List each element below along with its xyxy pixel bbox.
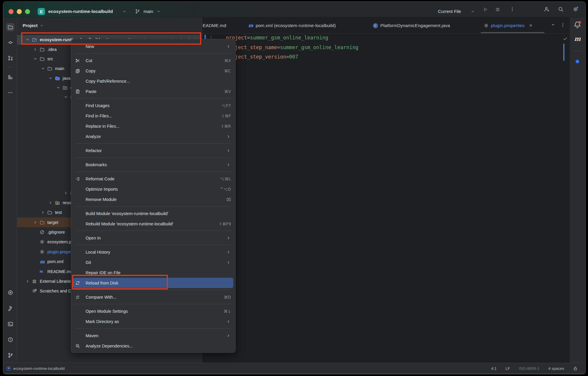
chevron-down-icon[interactable] [33,56,40,61]
menu-item-build-module-ecosystem-runtime-localbuild[interactable]: Build Module 'ecosystem-runtime-localbui… [73,208,233,219]
tree-item-label: main [55,66,64,71]
caret-position[interactable]: 4:1 [491,366,497,371]
maven-tool-window-icon[interactable]: m [574,35,581,42]
chevron-right-icon[interactable] [33,220,40,225]
project-panel-title[interactable]: Project [23,23,38,28]
submenu-arrow-icon [226,236,231,240]
minimize-window-button[interactable] [17,9,22,14]
project-name-menu[interactable]: ecosystem-runtime-localbuild [48,9,113,14]
titlebar: E ecosystem-runtime-localbuild main Curr… [3,2,585,17]
code-with-me-icon[interactable] [544,6,549,12]
code-line[interactable]: project_step_name=summer_gsm_online_lear… [226,44,358,50]
chevron-right-icon[interactable] [25,279,32,284]
close-tab-icon[interactable] [529,23,533,28]
submenu-arrow-icon [226,319,231,324]
run-configuration-selector[interactable]: Current File [438,9,461,14]
editor-tab-pom.xml-ecosystem-runtime-localbuild-[interactable]: mpom.xml (ecosystem-runtime-localbuild) [248,17,336,34]
menu-item-rebuild-module-ecosystem-runtime-localbuild[interactable]: Rebuild Module 'ecosystem-runtime-localb… [73,219,233,229]
scratches-icon [32,289,40,293]
menu-item-local-history[interactable]: Local History [73,247,233,257]
menu-item-open-in[interactable]: Open In [73,233,233,243]
chevron-right-icon[interactable] [48,200,55,205]
structure-tool-icon[interactable] [6,73,14,81]
menu-item-label: Bookmarks [86,162,107,167]
zoom-window-button[interactable] [25,9,30,14]
menu-item-find-usages[interactable]: Find Usages⌥F7 [73,100,233,111]
run-tool-icon[interactable] [6,288,14,297]
menu-item-bookmarks[interactable]: Bookmarks [73,159,233,170]
run-button[interactable] [483,7,488,12]
build-tool-icon[interactable] [6,304,14,312]
close-window-button[interactable] [9,9,14,14]
tab-list-chevron-icon[interactable] [551,22,555,27]
menu-item-label: Cut [86,58,92,63]
chevron-down-icon[interactable] [41,66,47,71]
project-badge: E [38,8,45,15]
chevron-down-icon[interactable] [64,95,70,99]
tab-options-kebab-icon[interactable] [560,22,565,27]
menu-item-paste[interactable]: Paste⌘V [73,86,233,97]
chevron-right-icon[interactable] [64,191,70,195]
menu-item-refactor[interactable]: Refactor [73,145,233,156]
editor-tab-plugin.properties[interactable]: plugin.properties [484,17,533,34]
menu-item-copy-path-reference[interactable]: Copy Path/Reference... [73,76,233,86]
code-token: = [286,54,289,60]
project-tool-icon[interactable] [6,23,14,31]
menu-item-compare-with[interactable]: Compare With...⌘D [73,292,233,302]
file-encoding[interactable]: ISO-8859-1 [519,366,539,371]
commit-tool-icon[interactable] [6,38,14,46]
notifications-bell-icon[interactable] [574,21,581,29]
line-separator[interactable]: LF [505,366,510,371]
menu-item-shortcut: ⌘C [224,69,233,73]
menu-item-label: Build Module 'ecosystem-runtime-localbui… [86,211,168,216]
more-tool-icon[interactable] [6,89,14,97]
terminal-tool-icon[interactable] [6,320,14,328]
debug-button[interactable] [495,7,500,12]
maven-icon: m [248,23,253,28]
editor-tab-eadme.md[interactable]: EADME.md [203,17,226,34]
maven-icon: m [40,259,47,264]
menu-separator [75,172,231,172]
menu-item-find-in-files[interactable]: Find in Files...⇧⌘F [73,111,233,121]
menu-item-maven[interactable]: Maven [73,330,233,341]
chevron-down-icon[interactable] [56,85,63,90]
version-control-tool-icon[interactable] [6,351,14,359]
branch-menu[interactable]: main [144,9,153,14]
menu-item-git[interactable]: Git [73,257,233,267]
menu-item-cut[interactable]: Cut⌘X [73,55,233,66]
indent-style[interactable]: 4 spaces [548,366,564,371]
pull-requests-tool-icon[interactable] [6,54,14,62]
menu-item-analyze[interactable]: Analyze [73,131,233,142]
chevron-right-icon[interactable] [41,210,47,215]
menu-item-mark-directory-as[interactable]: Mark Directory as [73,316,233,327]
analyze-deps-icon [75,344,80,348]
status-project-name[interactable]: ecosystem-runtime-localbuild [13,366,65,371]
activity-bar-separator [6,67,14,67]
menu-item-label: Open Module Settings [86,309,128,314]
settings-gear-icon[interactable] [573,6,578,12]
inspections-ok-icon[interactable] [563,36,568,41]
folder-icon [40,56,47,61]
chevron-right-icon[interactable] [33,47,40,52]
editor-tab-platformdynamicengagement.java[interactable]: CPlatformDynamicEngagement.java [373,17,450,34]
code-line[interactable]: project=summer_gsm_online_learning [226,35,328,41]
unlock-icon[interactable] [573,366,578,371]
menu-item-copy[interactable]: Copy⌘C [73,66,233,76]
notification-dot[interactable] [576,60,579,63]
menu-item-remove-module[interactable]: Remove Module⌧ [73,194,233,204]
menu-separator [75,206,231,207]
menu-item-optimize-imports[interactable]: Optimize Imports^⌥O [73,184,233,194]
tab-label: plugin.properties [491,23,524,28]
code-line[interactable]: project_step_version=007 [226,54,298,60]
cut-icon [75,58,80,63]
problems-tool-icon[interactable] [6,335,14,344]
menu-item-open-module-settings[interactable]: Open Module Settings⌘↓ [73,306,233,316]
chevron-down-icon[interactable] [48,76,55,81]
menu-item-label: Mark Directory as [86,319,119,324]
menu-item-analyze-dependencies[interactable]: Analyze Dependencies... [73,341,233,351]
menu-item-replace-in-files[interactable]: Replace in Files...⇧⌘R [73,121,233,131]
chevron-down-icon [156,9,161,14]
more-actions-kebab[interactable] [510,7,515,12]
menu-item-reformat-code[interactable]: Reformat Code⌥⌘L [73,174,233,184]
search-everywhere-icon[interactable] [558,6,564,12]
